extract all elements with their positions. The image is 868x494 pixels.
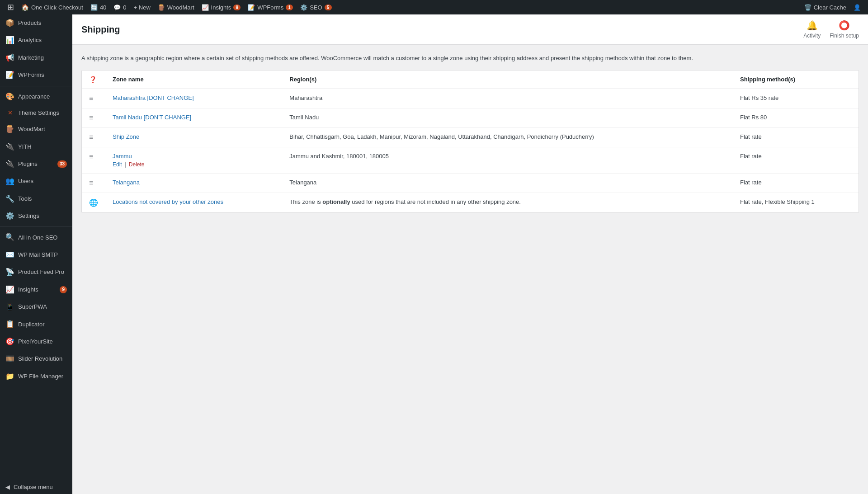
shipping-table: ❓ Zone name Region(s) Shipping method(s)… (82, 71, 859, 212)
file-manager-icon: 📁 (5, 372, 14, 381)
insights-bar[interactable]: 📈 Insights 9 (198, 0, 245, 14)
sidebar-item-pixelyoursite[interactable]: 🎯 PixelYourSite (0, 333, 72, 350)
regions-cell: Bihar, Chhattisgarh, Goa, Ladakh, Manipu… (282, 127, 733, 147)
body-content: Shipping 🔔 Activity ⭕ Finish setup A shi… (72, 14, 868, 222)
sidebar-item-users[interactable]: 👥 Users (0, 173, 72, 190)
activity-button[interactable]: 🔔 Activity (803, 20, 821, 39)
drag-handle-icon[interactable]: ≡ (89, 94, 93, 102)
new-item-bar[interactable]: + New (130, 0, 154, 14)
zone-name-link[interactable]: Jammu (113, 153, 132, 160)
products-icon: 📦 (5, 18, 14, 28)
last-zone-row: 🌐 Locations not covered by your other zo… (82, 193, 859, 212)
sidebar-item-product-feed-pro[interactable]: 📡 Product Feed Pro (0, 263, 72, 281)
activity-icon: 🔔 (807, 20, 818, 31)
sidebar-item-wp-mail-smtp[interactable]: ✉️ WP Mail SMTP (0, 246, 72, 263)
settings-icon: ⚙️ (5, 211, 14, 221)
admin-bar: ⊞ 🏠 One Click Checkout 🔄 40 💬 0 + New 🪵 … (0, 0, 868, 14)
th-regions: Region(s) (282, 71, 733, 89)
sidebar-item-analytics[interactable]: 📊 Analytics (0, 32, 72, 49)
sidebar-item-settings[interactable]: ⚙️ Settings (0, 207, 72, 225)
seo-bar[interactable]: ⚙️ SEO 5 (297, 0, 335, 14)
shipping-description: A shipping zone is a geographic region w… (81, 54, 859, 63)
zone-name-cell: Maharashtra [DONT CHANGE] (105, 89, 282, 108)
sidebar-item-all-in-one-seo[interactable]: 🔍 All in One SEO (0, 229, 72, 246)
header-actions: 🔔 Activity ⭕ Finish setup (803, 20, 859, 39)
zone-name-link[interactable]: Telangana (113, 179, 140, 186)
table-row: ≡ Telangana Telangana Flat rate (82, 173, 859, 193)
zone-name-link[interactable]: Maharashtra [DONT CHANGE] (113, 94, 194, 101)
smtp-icon: ✉️ (5, 250, 14, 260)
finish-setup-icon: ⭕ (839, 20, 850, 31)
sidebar-item-tools[interactable]: 🔧 Tools (0, 190, 72, 207)
table-header-row: ❓ Zone name Region(s) Shipping method(s) (82, 71, 859, 89)
collapse-icon: ◀ (5, 484, 10, 490)
yith-icon: 🔌 (5, 142, 14, 152)
superpwa-icon: 📱 (5, 302, 14, 312)
users-icon: 👥 (5, 176, 14, 186)
last-zone-name-link[interactable]: Locations not covered by your other zone… (113, 198, 223, 205)
user-account-bar[interactable]: 👤 (850, 0, 864, 14)
insights-icon: 📈 (5, 285, 14, 295)
plugins-icon: 🔌 (5, 159, 14, 169)
question-icon: ❓ (89, 76, 97, 83)
edit-zone-link[interactable]: Edit (113, 161, 122, 168)
delete-zone-link[interactable]: Delete (129, 161, 145, 168)
wp-logo[interactable]: ⊞ (4, 0, 18, 14)
woodmart-bar[interactable]: 🪵 WoodMart (154, 0, 198, 14)
zone-name-link[interactable]: Ship Zone (113, 133, 139, 140)
drag-handle-icon[interactable]: ≡ (89, 153, 93, 160)
sidebar-item-marketing[interactable]: 📢 Marketing (0, 49, 72, 66)
sidebar-item-appearance[interactable]: 🎨 Appearance (0, 88, 72, 105)
adminbar-right: 🗑️ Clear Cache 👤 (801, 0, 864, 14)
drag-handle-icon[interactable]: ≡ (89, 179, 93, 187)
product-feed-icon: 📡 (5, 267, 14, 277)
regions-cell: Tamil Nadu (282, 108, 733, 127)
clear-cache-bar[interactable]: 🗑️ Clear Cache (801, 0, 850, 14)
tools-icon: 🔧 (5, 194, 14, 204)
sidebar-item-woodmart[interactable]: 🪵 WoodMart (0, 121, 72, 138)
page-header: Shipping 🔔 Activity ⭕ Finish setup (72, 14, 868, 45)
drag-handle-icon[interactable]: ≡ (89, 114, 93, 122)
table-row: ≡ Jammu Edit | Delete Jammu and Kashm (82, 147, 859, 173)
drag-handle-icon[interactable]: ≡ (89, 133, 93, 141)
regions-cell: Maharashtra (282, 89, 733, 108)
last-zone-name-cell: Locations not covered by your other zone… (105, 193, 282, 212)
last-zone-methods-cell: Flat rate, Flexible Shipping 1 (733, 193, 859, 212)
aioseo-icon: 🔍 (5, 232, 14, 242)
regions-cell: Jammu and Kashmir, 180001, 180005 (282, 147, 733, 173)
shipping-methods-cell: Flat rate (733, 147, 859, 173)
zone-name-link[interactable]: Tamil Nadu [DON'T CHANGE] (113, 114, 191, 121)
row-actions: Edit | Delete (113, 161, 275, 168)
site-name-bar[interactable]: 🏠 One Click Checkout (18, 0, 87, 14)
drag-cell: ≡ (82, 89, 105, 108)
main-content: A shipping zone is a geographic region w… (72, 45, 868, 222)
sidebar-item-duplicator[interactable]: 📋 Duplicator (0, 315, 72, 333)
updates-bar[interactable]: 🔄 40 (87, 0, 110, 14)
action-separator: | (125, 161, 126, 168)
sidebar-item-wp-file-manager[interactable]: 📁 WP File Manager (0, 368, 72, 385)
globe-icon: 🌐 (89, 199, 98, 207)
sidebar-item-wpforms[interactable]: 📝 WPForms (0, 66, 72, 84)
sidebar-item-plugins[interactable]: 🔌 Plugins 33 (0, 155, 72, 173)
drag-cell: ≡ (82, 147, 105, 173)
wpforms-bar[interactable]: 📝 WPForms 1 (244, 0, 297, 14)
table-row: ≡ Ship Zone Bihar, Chhattisgarh, Goa, La… (82, 127, 859, 147)
woodmart-icon: 🪵 (5, 124, 14, 134)
drag-cell: ≡ (82, 127, 105, 147)
shipping-methods-cell: Flat Rs 80 (733, 108, 859, 127)
sidebar-item-slider-revolution[interactable]: 🎞️ Slider Revolution (0, 350, 72, 367)
sidebar: 📦 Products 📊 Analytics 📢 Marketing 📝 WPF… (0, 14, 72, 494)
sidebar-item-theme-settings[interactable]: ✕ Theme Settings (0, 105, 72, 121)
analytics-icon: 📊 (5, 35, 14, 45)
sidebar-item-insights[interactable]: 📈 Insights 9 (0, 281, 72, 298)
main-body: Shipping 🔔 Activity ⭕ Finish setup A shi… (72, 14, 868, 494)
comments-bar[interactable]: 💬 0 (110, 0, 130, 14)
sidebar-item-superpwa[interactable]: 📱 SuperPWA (0, 298, 72, 315)
marketing-icon: 📢 (5, 53, 14, 63)
sidebar-item-yith[interactable]: 🔌 YITH (0, 138, 72, 155)
zone-name-cell: Ship Zone (105, 127, 282, 147)
shipping-methods-cell: Flat rate (733, 127, 859, 147)
sidebar-item-products[interactable]: 📦 Products (0, 14, 72, 32)
collapse-menu[interactable]: ◀ Collapse menu (0, 480, 72, 494)
finish-setup-button[interactable]: ⭕ Finish setup (830, 20, 859, 39)
